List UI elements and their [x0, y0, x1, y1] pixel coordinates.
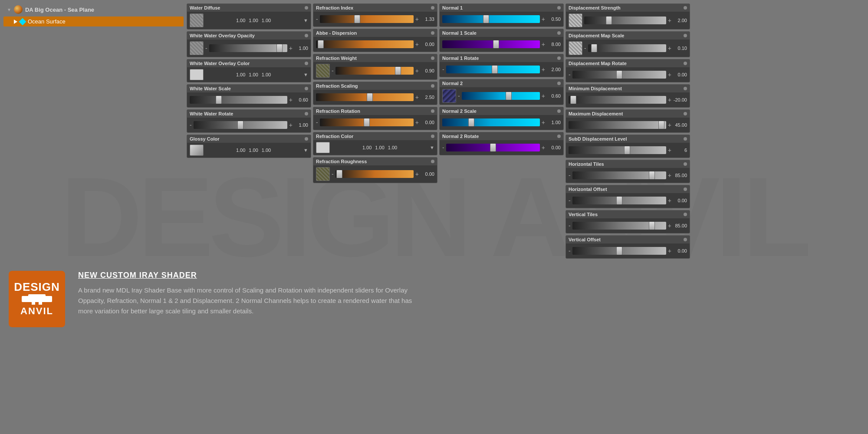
slider-track-wrap-white-water-overlay-opacity[interactable]	[209, 44, 287, 52]
slider-minus-normal-2[interactable]: -	[458, 92, 460, 99]
slider-track-wrap-white-water-rotate[interactable]	[194, 121, 287, 129]
slider-plus-vertical-tiles[interactable]: +	[668, 222, 671, 229]
slider-track-wrap-refraction-roughness[interactable]	[335, 170, 414, 178]
tree-parent-item[interactable]: ▼ DA Big Ocean - Sea Plane	[3, 3, 184, 16]
slider-minus-refraction-rotation[interactable]: -	[316, 119, 318, 126]
slider-minus-displacement-map-scale[interactable]: -	[584, 45, 586, 52]
slider-thumb-subd-displacement-level[interactable]	[624, 146, 630, 154]
slider-track-wrap-subd-displacement-level[interactable]	[569, 146, 666, 154]
slider-plus-vertical-offset[interactable]: +	[668, 247, 671, 254]
slider-minus-white-water-rotate[interactable]: -	[190, 122, 192, 128]
slider-plus-refraction-roughness[interactable]: +	[415, 171, 419, 178]
slider-thumb-refraction-scaling[interactable]	[367, 93, 373, 101]
slider-thumb-minimum-displacement[interactable]	[570, 96, 576, 104]
slider-plus-normal-1-rotate[interactable]: +	[542, 66, 545, 73]
slider-thumb-white-water-rotate[interactable]	[237, 121, 243, 129]
slider-plus-white-water-overlay-opacity[interactable]: +	[289, 45, 293, 52]
tree-child-item[interactable]: Ocean Surface	[3, 16, 184, 26]
slider-thumb-maximum-displacement[interactable]	[658, 121, 664, 129]
color-dropdown-water-diffuse[interactable]: ▼	[303, 18, 308, 23]
slider-track-wrap-minimum-displacement[interactable]	[569, 96, 666, 104]
slider-track-wrap-normal-1-scale[interactable]	[442, 40, 540, 48]
slider-minus-normal-2-rotate[interactable]: -	[442, 144, 444, 151]
color-dropdown-glossy-color[interactable]: ▼	[303, 148, 308, 153]
slider-minus-horizontal-tiles[interactable]: -	[569, 172, 571, 179]
slider-minus-vertical-offset[interactable]: -	[569, 247, 571, 254]
tex-thumb-refraction-weight[interactable]	[316, 64, 330, 78]
slider-track-wrap-normal-2[interactable]	[462, 92, 540, 100]
slider-thumb-normal-2-scale[interactable]	[468, 118, 474, 126]
slider-thumb-displacement-strength[interactable]	[606, 16, 612, 24]
slider-minus-refraction-index[interactable]: -	[316, 16, 318, 23]
slider-track-wrap-white-water-scale[interactable]	[190, 96, 287, 104]
slider-thumb-refraction-weight[interactable]	[395, 67, 401, 75]
slider-minus-vertical-tiles[interactable]: -	[569, 222, 571, 229]
slider-track-wrap-normal-1-rotate[interactable]	[446, 66, 540, 73]
slider-plus-white-water-rotate[interactable]: +	[289, 122, 293, 128]
slider-plus-refraction-rotation[interactable]: +	[415, 119, 419, 126]
slider-plus-horizontal-tiles[interactable]: +	[668, 172, 671, 179]
color-swatch-white-water-overlay-color[interactable]	[190, 69, 204, 80]
slider-track-wrap-refraction-index[interactable]	[320, 15, 414, 23]
slider-thumb-refraction-rotation[interactable]	[364, 118, 370, 126]
slider-thumb-vertical-tiles[interactable]	[649, 222, 655, 230]
color-dropdown-refraction-color[interactable]: ▼	[430, 145, 434, 150]
slider-plus-normal-2-rotate[interactable]: +	[542, 144, 545, 151]
slider-thumb-horizontal-tiles[interactable]	[649, 171, 655, 179]
slider-plus-minimum-displacement[interactable]: +	[668, 96, 671, 103]
slider-plus-white-water-scale[interactable]: +	[289, 96, 293, 103]
slider-track-wrap-normal-2-scale[interactable]	[442, 118, 540, 126]
slider-plus-subd-displacement-level[interactable]: +	[668, 147, 671, 154]
slider-plus-displacement-map-rotate[interactable]: +	[668, 71, 671, 78]
slider-track-wrap-displacement-map-scale[interactable]	[588, 44, 666, 52]
slider-plus-displacement-strength[interactable]: +	[668, 17, 671, 24]
slider-plus-normal-2[interactable]: +	[542, 92, 545, 99]
slider-thumb-displacement-map-scale[interactable]	[591, 44, 597, 52]
slider-minus-refraction-weight[interactable]: -	[332, 67, 334, 74]
slider-track-wrap-displacement-map-rotate[interactable]	[572, 71, 666, 79]
slider-minus-refraction-roughness[interactable]: -	[332, 171, 334, 178]
slider-minus-normal-1-rotate[interactable]: -	[442, 66, 444, 73]
slider-track-wrap-normal-1[interactable]	[442, 15, 540, 23]
tex-thumb-displacement-map-scale[interactable]	[569, 41, 582, 55]
tex-thumb-displacement-strength[interactable]	[569, 13, 582, 27]
slider-thumb-normal-2[interactable]	[506, 92, 512, 100]
slider-track-wrap-vertical-offset[interactable]	[572, 247, 666, 255]
slider-minus-white-water-overlay-opacity[interactable]: -	[205, 45, 207, 52]
slider-thumb-white-water-scale[interactable]	[216, 96, 222, 104]
slider-minus-displacement-map-rotate[interactable]: -	[569, 71, 571, 78]
tex-thumb-water-diffuse[interactable]	[190, 13, 204, 27]
slider-plus-normal-2-scale[interactable]: +	[542, 119, 545, 126]
slider-track-wrap-displacement-strength[interactable]	[584, 16, 666, 24]
color-swatch-glossy-color[interactable]	[190, 145, 204, 156]
color-dropdown-white-water-overlay-color[interactable]: ▼	[303, 72, 308, 77]
slider-plus-refraction-scaling[interactable]: +	[415, 94, 419, 101]
slider-plus-normal-1[interactable]: +	[542, 16, 545, 23]
slider-thumb-abbe-dispersion[interactable]	[318, 40, 324, 48]
tex-thumb-refraction-roughness[interactable]	[316, 167, 330, 181]
slider-thumb-vertical-offset[interactable]	[616, 247, 622, 255]
slider-track-wrap-vertical-tiles[interactable]	[572, 222, 666, 230]
slider-track-wrap-abbe-dispersion[interactable]	[316, 40, 414, 48]
slider-track-wrap-refraction-rotation[interactable]	[320, 118, 414, 126]
slider-thumb-normal-2-rotate[interactable]	[490, 144, 496, 151]
slider-track-wrap-refraction-scaling[interactable]	[316, 93, 414, 101]
slider-track-wrap-horizontal-offset[interactable]	[572, 197, 666, 204]
slider-thumb-white-water-overlay-opacity[interactable]	[276, 44, 283, 52]
slider-minus-horizontal-offset[interactable]: -	[569, 197, 571, 204]
slider-thumb-normal-1[interactable]	[483, 15, 489, 23]
slider-thumb-refraction-roughness[interactable]	[336, 170, 342, 178]
slider-thumb-normal-1-scale[interactable]	[493, 40, 499, 48]
slider-plus-refraction-index[interactable]: +	[415, 16, 419, 23]
slider-thumb-normal-1-rotate[interactable]	[492, 66, 498, 73]
slider-plus-abbe-dispersion[interactable]: +	[415, 41, 419, 48]
tex-thumb-normal-2[interactable]	[442, 89, 456, 103]
slider-thumb-refraction-index[interactable]	[354, 15, 360, 23]
color-swatch-refraction-color[interactable]	[316, 142, 330, 153]
slider-thumb-horizontal-offset[interactable]	[616, 197, 622, 204]
slider-plus-normal-1-scale[interactable]: +	[542, 41, 545, 48]
slider-track-wrap-horizontal-tiles[interactable]	[572, 171, 666, 179]
slider-thumb-displacement-map-rotate[interactable]	[616, 71, 622, 79]
slider-plus-maximum-displacement[interactable]: +	[668, 122, 671, 128]
slider-track-wrap-normal-2-rotate[interactable]	[446, 144, 540, 151]
